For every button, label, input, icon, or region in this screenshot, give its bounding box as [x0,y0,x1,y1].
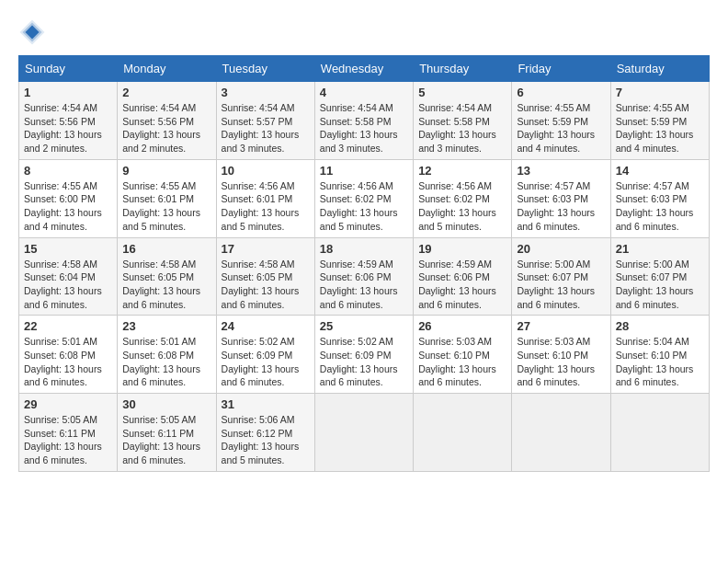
week-row-1: 1 Sunrise: 4:54 AMSunset: 5:56 PMDayligh… [19,82,710,160]
day-number: 14 [616,164,704,178]
day-cell: 16 Sunrise: 4:58 AMSunset: 6:05 PMDaylig… [118,237,216,316]
page-header [18,18,710,46]
col-header-tuesday: Tuesday [216,56,314,82]
day-info: Sunrise: 5:01 AMSunset: 6:08 PMDaylight:… [24,336,102,387]
day-info: Sunrise: 5:00 AMSunset: 6:07 PMDaylight:… [616,259,694,310]
day-number: 28 [616,319,704,333]
day-number: 2 [122,86,210,99]
day-cell: 13 Sunrise: 4:57 AMSunset: 6:03 PMDaylig… [512,159,610,237]
col-header-thursday: Thursday [414,56,512,82]
day-cell: 18 Sunrise: 4:59 AMSunset: 6:06 PMDaylig… [314,237,413,316]
day-number: 6 [517,86,605,99]
day-cell: 27 Sunrise: 5:03 AMSunset: 6:10 PMDaylig… [512,316,610,394]
day-info: Sunrise: 4:55 AMSunset: 5:59 PMDaylight:… [517,102,595,154]
day-info: Sunrise: 5:02 AMSunset: 6:09 PMDaylight:… [320,336,398,387]
day-info: Sunrise: 4:54 AMSunset: 5:57 PMDaylight:… [222,102,300,154]
day-number: 12 [418,164,506,178]
day-info: Sunrise: 4:56 AMSunset: 6:01 PMDaylight:… [222,180,300,232]
week-row-4: 22 Sunrise: 5:01 AMSunset: 6:08 PMDaylig… [19,316,710,394]
day-cell: 12 Sunrise: 4:56 AMSunset: 6:02 PMDaylig… [414,159,512,237]
week-row-2: 8 Sunrise: 4:55 AMSunset: 6:00 PMDayligh… [19,159,710,237]
day-info: Sunrise: 5:05 AMSunset: 6:11 PMDaylight:… [122,414,200,465]
day-cell: 31 Sunrise: 5:06 AMSunset: 6:12 PMDaylig… [216,394,314,472]
day-cell: 22 Sunrise: 5:01 AMSunset: 6:08 PMDaylig… [19,316,118,394]
day-number: 5 [418,86,506,99]
day-info: Sunrise: 4:58 AMSunset: 6:04 PMDaylight:… [24,259,102,310]
day-info: Sunrise: 5:01 AMSunset: 6:08 PMDaylight:… [122,336,200,387]
day-number: 29 [24,397,112,411]
day-number: 18 [320,242,408,256]
day-info: Sunrise: 4:54 AMSunset: 5:58 PMDaylight:… [320,102,398,154]
day-info: Sunrise: 5:03 AMSunset: 6:10 PMDaylight:… [517,336,595,387]
day-number: 3 [222,86,310,99]
day-cell: 25 Sunrise: 5:02 AMSunset: 6:09 PMDaylig… [314,316,413,394]
day-cell: 5 Sunrise: 4:54 AMSunset: 5:58 PMDayligh… [414,82,512,160]
calendar-table: SundayMondayTuesdayWednesdayThursdayFrid… [18,55,710,472]
day-number: 17 [222,242,310,256]
day-cell [512,394,610,472]
day-cell [414,394,512,472]
day-cell: 9 Sunrise: 4:55 AMSunset: 6:01 PMDayligh… [118,159,216,237]
day-info: Sunrise: 4:58 AMSunset: 6:05 PMDaylight:… [222,259,300,310]
day-info: Sunrise: 4:56 AMSunset: 6:02 PMDaylight:… [320,180,398,232]
day-info: Sunrise: 4:58 AMSunset: 6:05 PMDaylight:… [122,259,200,310]
day-info: Sunrise: 5:02 AMSunset: 6:09 PMDaylight:… [222,336,300,387]
col-header-monday: Monday [118,56,216,82]
day-cell: 24 Sunrise: 5:02 AMSunset: 6:09 PMDaylig… [216,316,314,394]
day-number: 21 [616,242,704,256]
day-cell: 29 Sunrise: 5:05 AMSunset: 6:11 PMDaylig… [19,394,118,472]
day-number: 27 [517,319,605,333]
day-cell: 8 Sunrise: 4:55 AMSunset: 6:00 PMDayligh… [19,159,118,237]
day-cell: 7 Sunrise: 4:55 AMSunset: 5:59 PMDayligh… [610,82,709,160]
day-info: Sunrise: 5:00 AMSunset: 6:07 PMDaylight:… [517,259,595,310]
col-header-friday: Friday [512,56,610,82]
day-cell: 4 Sunrise: 4:54 AMSunset: 5:58 PMDayligh… [314,82,413,160]
day-cell: 19 Sunrise: 4:59 AMSunset: 6:06 PMDaylig… [414,237,512,316]
day-cell: 14 Sunrise: 4:57 AMSunset: 6:03 PMDaylig… [610,159,709,237]
day-cell: 30 Sunrise: 5:05 AMSunset: 6:11 PMDaylig… [118,394,216,472]
day-number: 20 [517,242,605,256]
day-cell: 17 Sunrise: 4:58 AMSunset: 6:05 PMDaylig… [216,237,314,316]
day-cell: 21 Sunrise: 5:00 AMSunset: 6:07 PMDaylig… [610,237,709,316]
day-number: 11 [320,164,408,178]
day-info: Sunrise: 4:54 AMSunset: 5:56 PMDaylight:… [122,102,200,154]
day-number: 19 [418,242,506,256]
day-info: Sunrise: 4:54 AMSunset: 5:58 PMDaylight:… [418,102,496,154]
day-cell: 2 Sunrise: 4:54 AMSunset: 5:56 PMDayligh… [118,82,216,160]
day-cell: 3 Sunrise: 4:54 AMSunset: 5:57 PMDayligh… [216,82,314,160]
col-header-wednesday: Wednesday [314,56,413,82]
day-number: 31 [222,397,310,411]
day-cell: 11 Sunrise: 4:56 AMSunset: 6:02 PMDaylig… [314,159,413,237]
day-number: 8 [24,164,112,178]
day-number: 9 [122,164,210,178]
day-number: 4 [320,86,408,99]
day-info: Sunrise: 5:06 AMSunset: 6:12 PMDaylight:… [222,414,300,465]
day-cell: 23 Sunrise: 5:01 AMSunset: 6:08 PMDaylig… [118,316,216,394]
day-cell: 20 Sunrise: 5:00 AMSunset: 6:07 PMDaylig… [512,237,610,316]
logo [18,18,50,46]
day-cell: 28 Sunrise: 5:04 AMSunset: 6:10 PMDaylig… [610,316,709,394]
day-number: 15 [24,242,112,256]
day-number: 24 [222,319,310,333]
day-number: 23 [122,319,210,333]
day-cell [610,394,709,472]
day-number: 30 [122,397,210,411]
day-number: 10 [222,164,310,178]
day-number: 1 [24,86,112,99]
day-info: Sunrise: 4:55 AMSunset: 6:00 PMDaylight:… [24,180,102,232]
day-number: 26 [418,319,506,333]
day-info: Sunrise: 4:57 AMSunset: 6:03 PMDaylight:… [616,180,694,232]
day-info: Sunrise: 5:03 AMSunset: 6:10 PMDaylight:… [418,336,496,387]
day-number: 13 [517,164,605,178]
day-cell [314,394,413,472]
day-info: Sunrise: 4:54 AMSunset: 5:56 PMDaylight:… [24,102,102,154]
day-info: Sunrise: 4:59 AMSunset: 6:06 PMDaylight:… [320,259,398,310]
header-row: SundayMondayTuesdayWednesdayThursdayFrid… [19,56,710,82]
day-cell: 26 Sunrise: 5:03 AMSunset: 6:10 PMDaylig… [414,316,512,394]
week-row-3: 15 Sunrise: 4:58 AMSunset: 6:04 PMDaylig… [19,237,710,316]
day-cell: 6 Sunrise: 4:55 AMSunset: 5:59 PMDayligh… [512,82,610,160]
day-info: Sunrise: 4:59 AMSunset: 6:06 PMDaylight:… [418,259,496,310]
day-info: Sunrise: 4:56 AMSunset: 6:02 PMDaylight:… [418,180,496,232]
day-info: Sunrise: 4:57 AMSunset: 6:03 PMDaylight:… [517,180,595,232]
day-number: 7 [616,86,704,99]
